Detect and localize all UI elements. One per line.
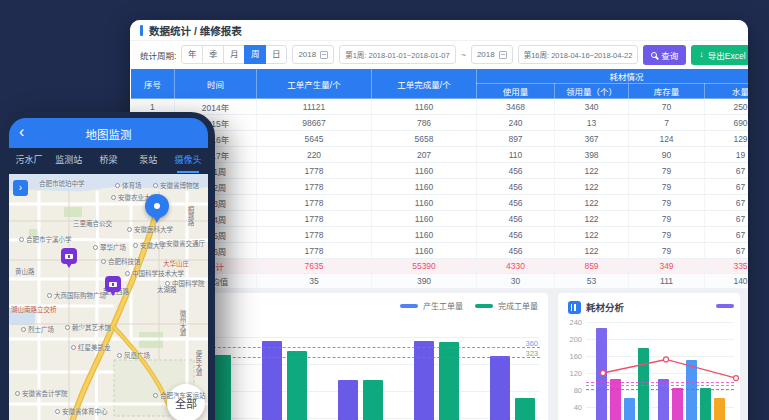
- poi-icon: [65, 325, 70, 330]
- table-row: 12014年111211160346834070250: [131, 99, 749, 115]
- poi-icon: [21, 327, 26, 332]
- table-row: 10第6周177811604561227967: [131, 243, 749, 259]
- table-cell: 335: [705, 259, 749, 274]
- table-cell: 124: [629, 131, 705, 147]
- end-week-input[interactable]: 第16周: 2018-04-16~2018-04-22: [518, 45, 639, 64]
- table-cell: 4330: [477, 259, 555, 274]
- end-year-select[interactable]: 2018: [471, 45, 513, 64]
- table-cell: 53: [555, 274, 629, 289]
- legend-label: 产生工单量: [423, 300, 463, 311]
- table-cell: 367: [555, 131, 629, 147]
- table-cell: 79: [629, 179, 705, 195]
- table-cell: 70: [629, 99, 705, 115]
- table-cell: 1160: [372, 243, 477, 259]
- table-cell: 67: [705, 211, 749, 227]
- table-cell: 79: [629, 227, 705, 243]
- camera-marker[interactable]: [105, 276, 121, 297]
- pin-tail: [153, 216, 161, 223]
- table-cell: 35: [257, 274, 372, 289]
- table-cell: 67: [705, 163, 749, 179]
- start-week-input[interactable]: 第1周: 2018-01-01~2018-01-07: [339, 45, 455, 64]
- map-label: 合肥市宁溪小学: [19, 234, 72, 244]
- dashboard-card: 数据统计 / 维修报表 统计周期: 年季月周日 2018 第1周: 2018-0…: [130, 20, 748, 420]
- map-label: 合肥科技馆: [101, 256, 141, 266]
- phone-tab[interactable]: 桥梁: [89, 148, 129, 174]
- period-option-年[interactable]: 年: [181, 45, 203, 64]
- table-cell: 398: [555, 147, 629, 163]
- table-row: 9第5周177811604561227967: [131, 227, 749, 243]
- bar-产生工单量: [490, 356, 510, 420]
- table-cell: 1778: [257, 211, 372, 227]
- map-label: 安徽大学: [133, 240, 166, 250]
- group-header: 耗材情况: [477, 69, 749, 84]
- column-header: 序号: [131, 69, 175, 99]
- table-cell: 122: [555, 227, 629, 243]
- period-option-日[interactable]: 日: [265, 45, 287, 64]
- poi-icon: [127, 227, 132, 232]
- breadcrumb-bar: 数据统计 / 维修报表: [130, 20, 748, 41]
- table-cell: 1160: [372, 99, 477, 115]
- calendar-icon: [320, 51, 328, 59]
- location-pin-marker[interactable]: [145, 194, 169, 224]
- phone-tab[interactable]: 污水厂: [9, 148, 49, 174]
- export-button-label: 导出Excel: [708, 49, 746, 61]
- y-axis-tick: 200: [562, 335, 582, 344]
- phone-tab[interactable]: 泵站: [128, 148, 168, 174]
- table-cell: 67: [705, 243, 749, 259]
- table-cell: 122: [555, 195, 629, 211]
- table-cell: 67: [705, 179, 749, 195]
- map-expand-button[interactable]: ›: [13, 180, 28, 196]
- table-cell: 349: [629, 259, 705, 274]
- start-year-select[interactable]: 2018: [292, 45, 334, 64]
- phone-tab[interactable]: 摄像头: [168, 148, 208, 174]
- table-cell: 122: [555, 211, 629, 227]
- legend-label: 完成工单量: [498, 300, 538, 311]
- map-label: 三里庵合公交: [73, 218, 112, 228]
- table-cell: 456: [477, 227, 555, 243]
- phone-tab-bar: 污水厂监测站桥梁泵站摄像头: [9, 148, 208, 174]
- phone-header: ‹ 地图监测: [9, 118, 208, 148]
- map-view[interactable]: › 全部 合肥市琥珀中学体育场安徽农业大学安徽省博物馆桐城路三里庵合公交安徽医科…: [9, 174, 208, 420]
- table-cell: 1160: [372, 195, 477, 211]
- map-label: 体育场: [115, 180, 142, 190]
- period-segmented-control: 年季月周日: [181, 45, 287, 64]
- sub-column-header: 使用量: [477, 84, 555, 99]
- bar-完成工单量: [363, 380, 383, 420]
- export-excel-button[interactable]: ↓ 导出Excel: [691, 45, 748, 65]
- table-cell: 7635: [257, 259, 372, 274]
- calendar-icon: [499, 51, 507, 59]
- table-cell: 859: [555, 259, 629, 274]
- period-option-季[interactable]: 季: [202, 45, 224, 64]
- map-base: [9, 174, 208, 420]
- table-cell: 690: [705, 115, 749, 131]
- table-cell: 79: [629, 163, 705, 179]
- table-row: 8第4周177811604561227967: [131, 211, 749, 227]
- report-table: 序号时间工单产生量/个工单完成量/个耗材情况使用量领用量（个）库存量水量 120…: [130, 68, 748, 289]
- table-cell: 456: [477, 211, 555, 227]
- table-cell: 79: [629, 211, 705, 227]
- breadcrumb: 数据统计 / 维修报表: [149, 23, 242, 38]
- map-label: 大华山庄: [163, 258, 189, 268]
- table-cell: 11121: [257, 99, 372, 115]
- map-label: 安徽医科大学: [127, 224, 173, 234]
- legend-dash: [475, 304, 493, 308]
- table-header-row: 序号时间工单产生量/个工单完成量/个耗材情况: [131, 69, 749, 84]
- period-option-周[interactable]: 周: [244, 45, 266, 64]
- search-icon: [651, 52, 657, 58]
- phone-tab[interactable]: 监测站: [49, 148, 89, 174]
- legend-dash: [716, 304, 734, 308]
- table-cell: 122: [555, 179, 629, 195]
- consumables-chart-title: 耗材分析: [586, 300, 624, 314]
- table-cell: 13: [555, 115, 629, 131]
- poi-icon: [15, 391, 20, 396]
- camera-marker[interactable]: [61, 248, 77, 269]
- map-label: 翠华广场: [93, 242, 126, 252]
- legend-item: 产生工单量: [400, 300, 463, 311]
- poi-icon: [117, 353, 122, 358]
- period-option-月[interactable]: 月: [223, 45, 245, 64]
- query-button[interactable]: 查询: [643, 45, 686, 65]
- phone-mockup: ‹ 地图监测 污水厂监测站桥梁泵站摄像头: [2, 112, 215, 420]
- y-axis-tick: 80: [562, 386, 582, 395]
- map-label: 合肥汽车客运站: [153, 390, 206, 400]
- poi-icon: [55, 409, 60, 414]
